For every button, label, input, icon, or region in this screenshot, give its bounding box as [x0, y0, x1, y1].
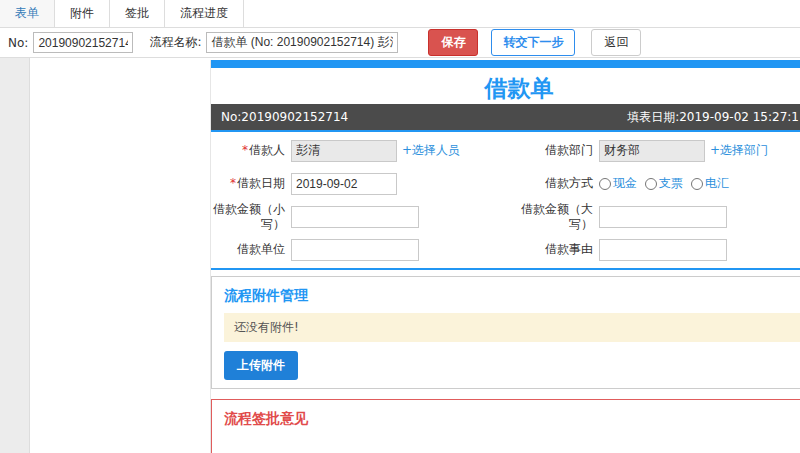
- borrower-field-cell: +选择人员: [291, 140, 503, 162]
- unit-input[interactable]: [291, 239, 419, 261]
- unit-label-cell: 借款单位: [211, 242, 291, 257]
- radio-option-cash[interactable]: 现金: [599, 175, 637, 192]
- borrower-input[interactable]: [291, 140, 397, 162]
- cash-radio[interactable]: [599, 178, 611, 190]
- no-attachment-message: 还没有附件!: [224, 313, 800, 342]
- form-date-text: 填表日期:2019-09-02 15:27:1: [627, 109, 799, 126]
- tab-progress[interactable]: 流程进度: [165, 0, 244, 27]
- form-no-text: No:20190902152714: [221, 110, 348, 124]
- upload-attachment-button[interactable]: 上传附件: [224, 351, 298, 380]
- date-input[interactable]: [291, 173, 397, 195]
- no-input[interactable]: [33, 32, 133, 53]
- back-button[interactable]: 返回: [591, 29, 641, 56]
- form-row-borrower-dept: * 借款人 +选择人员 借款部门 +选择部门: [211, 134, 800, 167]
- attachment-section-title: 流程附件管理: [224, 287, 800, 305]
- left-gutter: [0, 58, 30, 453]
- reason-input[interactable]: [599, 239, 727, 261]
- panel-accent-bar: [211, 60, 800, 68]
- dept-label-cell: 借款部门: [503, 143, 599, 158]
- radio-option-wire[interactable]: 电汇: [691, 175, 729, 192]
- date-label: 借款日期: [237, 176, 285, 191]
- dept-input[interactable]: [599, 140, 705, 162]
- amount-small-label: 借款金额（小写）: [211, 202, 285, 232]
- form-title: 借款单: [211, 68, 800, 104]
- form-row-date-method: * 借款日期 借款方式 现金 支票 电汇: [211, 167, 800, 200]
- method-field-cell: 现金 支票 电汇: [599, 175, 800, 192]
- wire-radio[interactable]: [691, 178, 703, 190]
- amount-big-input[interactable]: [599, 206, 727, 228]
- cheque-radio[interactable]: [645, 178, 657, 190]
- date-label-cell: * 借款日期: [211, 176, 291, 191]
- process-name-input[interactable]: [206, 32, 398, 53]
- select-dept-link[interactable]: +选择部门: [710, 142, 768, 159]
- tab-approval[interactable]: 签批: [110, 0, 165, 27]
- borrower-label-cell: * 借款人: [211, 143, 291, 158]
- borrower-label: 借款人: [249, 143, 285, 158]
- radio-option-cheque[interactable]: 支票: [645, 175, 683, 192]
- form-row-amounts: 借款金额（小写） 借款金额（大写）: [211, 200, 800, 233]
- reason-label: 借款事由: [545, 242, 593, 257]
- form-panel: 借款单 No:20190902152714 填表日期:2019-09-02 15…: [210, 60, 800, 453]
- cheque-label: 支票: [659, 175, 683, 192]
- required-mark: *: [242, 143, 248, 158]
- method-label-cell: 借款方式: [503, 176, 599, 191]
- dept-field-cell: +选择部门: [599, 140, 800, 162]
- reason-label-cell: 借款事由: [503, 242, 599, 257]
- unit-label: 借款单位: [237, 242, 285, 257]
- tab-attachments[interactable]: 附件: [55, 0, 110, 27]
- amount-small-label-cell: 借款金额（小写）: [211, 202, 291, 232]
- reason-field-cell: [599, 239, 800, 261]
- no-label: No:: [8, 36, 28, 50]
- select-person-link[interactable]: +选择人员: [402, 142, 460, 159]
- unit-field-cell: [291, 239, 503, 261]
- date-field-cell: [291, 173, 503, 195]
- wire-label: 电汇: [705, 175, 729, 192]
- amount-small-input[interactable]: [291, 206, 419, 228]
- toolbar: No: 流程名称: 保存 转交下一步 返回: [0, 28, 800, 58]
- required-mark: *: [230, 176, 236, 191]
- dept-label: 借款部门: [545, 143, 593, 158]
- amount-big-label-cell: 借款金额（大写）: [503, 202, 599, 232]
- method-label: 借款方式: [545, 176, 593, 191]
- amount-big-label: 借款金额（大写）: [503, 202, 593, 232]
- next-step-button[interactable]: 转交下一步: [491, 29, 575, 56]
- attachment-section: 流程附件管理 还没有附件! 上传附件: [211, 276, 800, 389]
- cash-label: 现金: [613, 175, 637, 192]
- form-meta-bar: No:20190902152714 填表日期:2019-09-02 15:27:…: [211, 104, 800, 130]
- form-row-unit-reason: 借款单位 借款事由: [211, 233, 800, 266]
- tab-bar: 表单 附件 签批 流程进度: [0, 0, 800, 28]
- amount-big-field-cell: [599, 206, 800, 228]
- tab-form[interactable]: 表单: [0, 0, 55, 27]
- save-button[interactable]: 保存: [428, 29, 478, 56]
- process-name-label: 流程名称:: [149, 34, 201, 51]
- approval-section-title: 流程签批意见: [224, 410, 800, 428]
- form-fields: * 借款人 +选择人员 借款部门 +选择部门 * 借款日期: [211, 130, 800, 270]
- amount-small-field-cell: [291, 206, 503, 228]
- approval-section: 流程签批意见 B I abc ✎ ∞ ▣ ⚑ ≣ ≡ ⇤ ⇥ ― “: [211, 399, 800, 453]
